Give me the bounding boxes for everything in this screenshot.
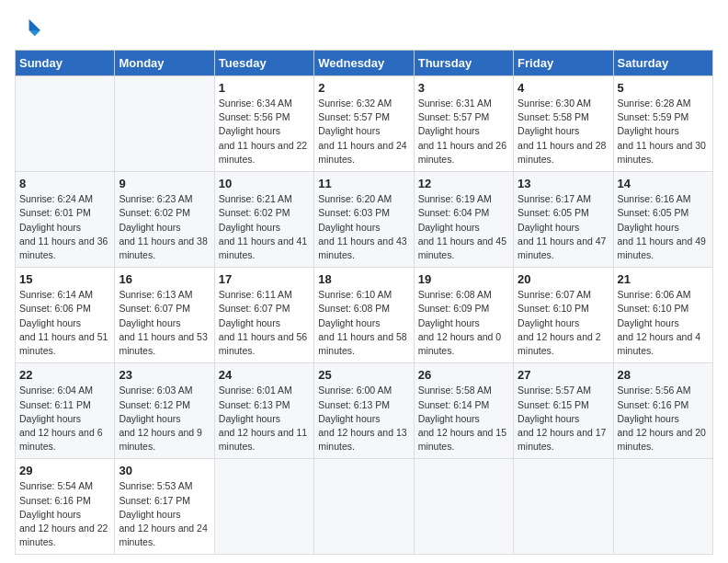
- weekday-header-saturday: Saturday: [613, 51, 712, 76]
- day-detail: Sunrise: 6:17 AMSunset: 6:05 PMDaylight …: [518, 192, 609, 262]
- weekday-header-thursday: Thursday: [414, 51, 513, 76]
- day-number: 4: [518, 81, 609, 95]
- logo: [15, 15, 44, 40]
- calendar-cell: 26Sunrise: 5:58 AMSunset: 6:14 PMDayligh…: [414, 363, 513, 459]
- calendar-cell: [16, 76, 115, 172]
- day-number: 13: [518, 177, 609, 190]
- calendar-cell: 25Sunrise: 6:00 AMSunset: 6:13 PMDayligh…: [314, 363, 414, 459]
- day-detail: Sunrise: 6:04 AMSunset: 6:11 PMDaylight …: [19, 384, 110, 454]
- day-number: 29: [19, 464, 110, 477]
- day-detail: Sunrise: 6:13 AMSunset: 6:07 PMDaylight …: [119, 288, 210, 358]
- calendar-week-4: 22Sunrise: 6:04 AMSunset: 6:11 PMDayligh…: [16, 363, 713, 459]
- calendar-cell: 15Sunrise: 6:14 AMSunset: 6:06 PMDayligh…: [16, 268, 115, 363]
- day-detail: Sunrise: 5:57 AMSunset: 6:15 PMDaylight …: [518, 384, 609, 454]
- calendar-week-5: 29Sunrise: 5:54 AMSunset: 6:16 PMDayligh…: [16, 459, 713, 555]
- calendar-week-1: 1Sunrise: 6:34 AMSunset: 5:56 PMDaylight…: [16, 76, 713, 172]
- day-number: 27: [518, 368, 609, 382]
- day-detail: Sunrise: 6:23 AMSunset: 6:02 PMDaylight …: [119, 192, 210, 262]
- svg-marker-1: [29, 30, 40, 36]
- day-detail: Sunrise: 5:53 AMSunset: 6:17 PMDaylight …: [119, 479, 210, 549]
- calendar-cell: 30Sunrise: 5:53 AMSunset: 6:17 PMDayligh…: [115, 459, 214, 555]
- day-number: 22: [19, 368, 110, 382]
- day-detail: Sunrise: 6:07 AMSunset: 6:10 PMDaylight …: [518, 288, 609, 358]
- day-number: 2: [318, 81, 409, 95]
- calendar-cell: 10Sunrise: 6:21 AMSunset: 6:02 PMDayligh…: [214, 172, 313, 268]
- calendar-cell: 3Sunrise: 6:31 AMSunset: 5:57 PMDaylight…: [414, 76, 513, 172]
- calendar-cell: 11Sunrise: 6:20 AMSunset: 6:03 PMDayligh…: [314, 172, 414, 268]
- day-number: 25: [318, 368, 409, 382]
- day-number: 15: [19, 272, 110, 286]
- calendar-cell: 28Sunrise: 5:56 AMSunset: 6:16 PMDayligh…: [613, 363, 712, 459]
- day-detail: Sunrise: 5:56 AMSunset: 6:16 PMDaylight …: [618, 384, 709, 454]
- day-detail: Sunrise: 6:24 AMSunset: 6:01 PMDaylight …: [19, 192, 110, 262]
- day-number: 21: [618, 272, 709, 286]
- day-number: 12: [418, 177, 509, 190]
- weekday-header-row: SundayMondayTuesdayWednesdayThursdayFrid…: [16, 51, 713, 76]
- day-detail: Sunrise: 5:54 AMSunset: 6:16 PMDaylight …: [19, 479, 110, 549]
- calendar-cell: [514, 459, 613, 555]
- day-number: 14: [618, 177, 709, 190]
- calendar-cell: [613, 459, 712, 555]
- calendar-cell: 9Sunrise: 6:23 AMSunset: 6:02 PMDaylight…: [115, 172, 214, 268]
- weekday-header-wednesday: Wednesday: [314, 51, 414, 76]
- calendar-cell: [115, 76, 214, 172]
- day-number: 30: [119, 464, 210, 477]
- day-detail: Sunrise: 6:30 AMSunset: 5:58 PMDaylight …: [518, 97, 609, 167]
- day-number: 23: [119, 368, 210, 382]
- day-number: 3: [418, 81, 509, 95]
- day-detail: Sunrise: 6:00 AMSunset: 6:13 PMDaylight …: [318, 384, 409, 454]
- day-detail: Sunrise: 6:10 AMSunset: 6:08 PMDaylight …: [318, 288, 409, 358]
- calendar-cell: [414, 459, 513, 555]
- calendar-cell: 29Sunrise: 5:54 AMSunset: 6:16 PMDayligh…: [16, 459, 115, 555]
- day-detail: Sunrise: 6:21 AMSunset: 6:02 PMDaylight …: [219, 192, 310, 262]
- day-detail: Sunrise: 5:58 AMSunset: 6:14 PMDaylight …: [418, 384, 509, 454]
- calendar-week-2: 8Sunrise: 6:24 AMSunset: 6:01 PMDaylight…: [16, 172, 713, 268]
- day-detail: Sunrise: 6:06 AMSunset: 6:10 PMDaylight …: [618, 288, 709, 358]
- day-number: 24: [219, 368, 310, 382]
- calendar-cell: 5Sunrise: 6:28 AMSunset: 5:59 PMDaylight…: [613, 76, 712, 172]
- calendar-cell: 1Sunrise: 6:34 AMSunset: 5:56 PMDaylight…: [214, 76, 313, 172]
- calendar-cell: 22Sunrise: 6:04 AMSunset: 6:11 PMDayligh…: [16, 363, 115, 459]
- calendar-cell: 2Sunrise: 6:32 AMSunset: 5:57 PMDaylight…: [314, 76, 414, 172]
- day-number: 1: [219, 81, 310, 95]
- day-detail: Sunrise: 6:08 AMSunset: 6:09 PMDaylight …: [418, 288, 509, 358]
- weekday-header-sunday: Sunday: [16, 51, 115, 76]
- calendar-cell: 18Sunrise: 6:10 AMSunset: 6:08 PMDayligh…: [314, 268, 414, 363]
- calendar-cell: 17Sunrise: 6:11 AMSunset: 6:07 PMDayligh…: [214, 268, 313, 363]
- calendar-cell: [314, 459, 414, 555]
- day-detail: Sunrise: 6:28 AMSunset: 5:59 PMDaylight …: [618, 97, 709, 167]
- day-detail: Sunrise: 6:19 AMSunset: 6:04 PMDaylight …: [418, 192, 509, 262]
- calendar-cell: 24Sunrise: 6:01 AMSunset: 6:13 PMDayligh…: [214, 363, 313, 459]
- calendar-cell: 23Sunrise: 6:03 AMSunset: 6:12 PMDayligh…: [115, 363, 214, 459]
- logo-icon: [15, 15, 40, 40]
- calendar-cell: 16Sunrise: 6:13 AMSunset: 6:07 PMDayligh…: [115, 268, 214, 363]
- day-number: 18: [318, 272, 409, 286]
- calendar-cell: 4Sunrise: 6:30 AMSunset: 5:58 PMDaylight…: [514, 76, 613, 172]
- day-number: 8: [19, 177, 110, 190]
- day-detail: Sunrise: 6:16 AMSunset: 6:05 PMDaylight …: [618, 192, 709, 262]
- svg-marker-0: [29, 19, 40, 30]
- day-detail: Sunrise: 6:32 AMSunset: 5:57 PMDaylight …: [318, 97, 409, 167]
- day-detail: Sunrise: 6:14 AMSunset: 6:06 PMDaylight …: [19, 288, 110, 358]
- day-number: 5: [618, 81, 709, 95]
- weekday-header-friday: Friday: [514, 51, 613, 76]
- weekday-header-monday: Monday: [115, 51, 214, 76]
- calendar-cell: 21Sunrise: 6:06 AMSunset: 6:10 PMDayligh…: [613, 268, 712, 363]
- calendar-cell: 14Sunrise: 6:16 AMSunset: 6:05 PMDayligh…: [613, 172, 712, 268]
- day-detail: Sunrise: 6:20 AMSunset: 6:03 PMDaylight …: [318, 192, 409, 262]
- day-number: 17: [219, 272, 310, 286]
- calendar-cell: [214, 459, 313, 555]
- calendar-cell: 20Sunrise: 6:07 AMSunset: 6:10 PMDayligh…: [514, 268, 613, 363]
- day-number: 10: [219, 177, 310, 190]
- day-number: 11: [318, 177, 409, 190]
- calendar-cell: 19Sunrise: 6:08 AMSunset: 6:09 PMDayligh…: [414, 268, 513, 363]
- calendar-table: SundayMondayTuesdayWednesdayThursdayFrid…: [15, 50, 713, 555]
- calendar-cell: 13Sunrise: 6:17 AMSunset: 6:05 PMDayligh…: [514, 172, 613, 268]
- day-detail: Sunrise: 6:31 AMSunset: 5:57 PMDaylight …: [418, 97, 509, 167]
- day-number: 26: [418, 368, 509, 382]
- day-detail: Sunrise: 6:03 AMSunset: 6:12 PMDaylight …: [119, 384, 210, 454]
- calendar-week-3: 15Sunrise: 6:14 AMSunset: 6:06 PMDayligh…: [16, 268, 713, 363]
- day-number: 19: [418, 272, 509, 286]
- page-header: [15, 15, 713, 40]
- day-number: 20: [518, 272, 609, 286]
